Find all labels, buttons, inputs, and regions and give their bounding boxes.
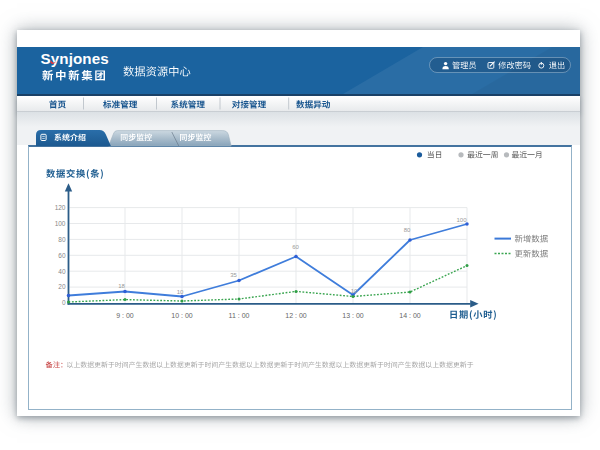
svg-text:100: 100 [55,220,66,227]
svg-text:12 : 00: 12 : 00 [285,312,307,319]
svg-text:0: 0 [62,299,66,306]
svg-text:80: 80 [404,227,411,233]
svg-text:35: 35 [230,272,237,278]
svg-text:10 : 00: 10 : 00 [171,312,193,319]
svg-text:11 : 00: 11 : 00 [229,312,250,319]
svg-text:13 : 00: 13 : 00 [342,312,364,319]
svg-text:14 : 00: 14 : 00 [399,312,421,319]
svg-text:100: 100 [456,217,467,223]
svg-text:9 : 00: 9 : 00 [116,312,134,319]
svg-text:60: 60 [58,252,66,259]
svg-text:Synjones: Synjones [41,50,109,67]
svg-text:60: 60 [292,244,299,250]
svg-text:20: 20 [58,283,66,290]
svg-text:120: 120 [55,204,66,211]
svg-text:80: 80 [58,236,66,243]
svg-text:18: 18 [118,283,125,289]
svg-text:10: 10 [177,289,184,295]
svg-text:40: 40 [58,268,66,275]
svg-text:10: 10 [351,288,358,294]
